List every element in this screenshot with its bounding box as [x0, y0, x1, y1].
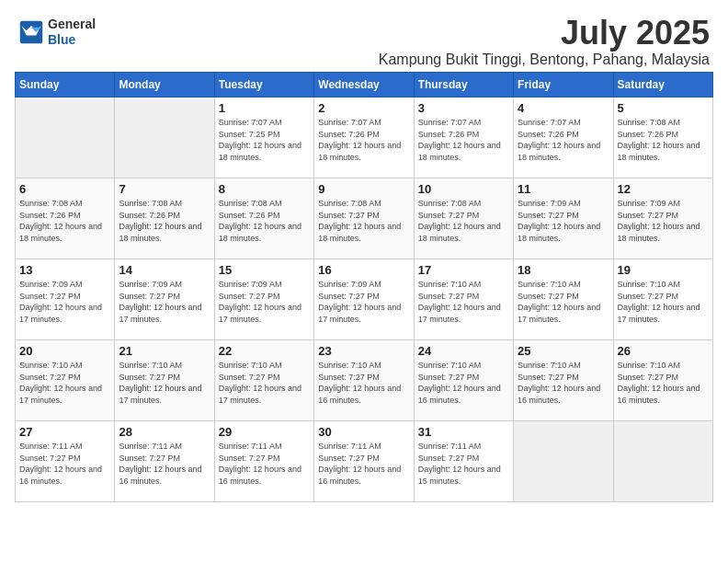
header-thursday: Thursday: [414, 73, 513, 98]
table-row: 28Sunrise: 7:11 AM Sunset: 7:27 PM Dayli…: [115, 421, 214, 502]
cell-info: Sunrise: 7:09 AM Sunset: 7:27 PM Dayligh…: [119, 279, 210, 325]
page-header: General Blue July 2025 Kampung Bukit Tin…: [9, 9, 719, 72]
table-row: 11Sunrise: 7:09 AM Sunset: 7:27 PM Dayli…: [514, 178, 613, 259]
table-row: 4Sunrise: 7:07 AM Sunset: 7:26 PM Daylig…: [514, 98, 613, 178]
logo-text: General Blue: [48, 17, 96, 48]
table-row: [16, 98, 115, 178]
day-number: 13: [19, 263, 110, 277]
logo: General Blue: [18, 17, 96, 48]
calendar-table: Sunday Monday Tuesday Wednesday Thursday…: [15, 72, 713, 502]
logo-line1: General: [48, 17, 96, 31]
day-number: 30: [318, 425, 409, 439]
day-number: 24: [418, 344, 509, 358]
table-row: 25Sunrise: 7:10 AM Sunset: 7:27 PM Dayli…: [514, 340, 613, 421]
day-number: 25: [518, 344, 609, 358]
day-number: 17: [418, 263, 509, 277]
cell-info: Sunrise: 7:08 AM Sunset: 7:26 PM Dayligh…: [119, 198, 210, 244]
table-row: 14Sunrise: 7:09 AM Sunset: 7:27 PM Dayli…: [115, 259, 214, 340]
cell-info: Sunrise: 7:07 AM Sunset: 7:26 PM Dayligh…: [418, 117, 509, 163]
cell-info: Sunrise: 7:09 AM Sunset: 7:27 PM Dayligh…: [318, 279, 409, 325]
table-row: 22Sunrise: 7:10 AM Sunset: 7:27 PM Dayli…: [214, 340, 313, 421]
day-number: 9: [318, 182, 409, 196]
logo-icon: [18, 19, 44, 45]
cell-info: Sunrise: 7:10 AM Sunset: 7:27 PM Dayligh…: [219, 360, 310, 406]
cell-info: Sunrise: 7:08 AM Sunset: 7:27 PM Dayligh…: [318, 198, 409, 244]
day-number: 14: [119, 263, 210, 277]
cell-info: Sunrise: 7:10 AM Sunset: 7:27 PM Dayligh…: [518, 279, 609, 325]
table-row: 1Sunrise: 7:07 AM Sunset: 7:25 PM Daylig…: [214, 98, 313, 178]
cell-info: Sunrise: 7:07 AM Sunset: 7:26 PM Dayligh…: [518, 117, 609, 163]
cell-info: Sunrise: 7:09 AM Sunset: 7:27 PM Dayligh…: [618, 198, 709, 244]
day-number: 20: [19, 344, 110, 358]
table-row: 16Sunrise: 7:09 AM Sunset: 7:27 PM Dayli…: [314, 259, 414, 340]
table-row: 12Sunrise: 7:09 AM Sunset: 7:27 PM Dayli…: [613, 178, 712, 259]
day-number: 1: [219, 101, 310, 115]
cell-info: Sunrise: 7:07 AM Sunset: 7:26 PM Dayligh…: [318, 117, 409, 163]
day-number: 18: [518, 263, 609, 277]
table-row: 10Sunrise: 7:08 AM Sunset: 7:27 PM Dayli…: [414, 178, 513, 259]
title-section: July 2025 Kampung Bukit Tinggi, Bentong,…: [379, 17, 710, 68]
day-number: 6: [19, 182, 110, 196]
table-row: 23Sunrise: 7:10 AM Sunset: 7:27 PM Dayli…: [314, 340, 414, 421]
calendar-body: 1Sunrise: 7:07 AM Sunset: 7:25 PM Daylig…: [16, 98, 713, 502]
table-row: 30Sunrise: 7:11 AM Sunset: 7:27 PM Dayli…: [314, 421, 414, 502]
header-friday: Friday: [514, 73, 613, 98]
cell-info: Sunrise: 7:10 AM Sunset: 7:27 PM Dayligh…: [518, 360, 609, 406]
cell-info: Sunrise: 7:11 AM Sunset: 7:27 PM Dayligh…: [119, 441, 210, 487]
cell-info: Sunrise: 7:10 AM Sunset: 7:27 PM Dayligh…: [618, 360, 709, 406]
day-number: 7: [119, 182, 210, 196]
cell-info: Sunrise: 7:11 AM Sunset: 7:27 PM Dayligh…: [19, 441, 110, 487]
table-row: 9Sunrise: 7:08 AM Sunset: 7:27 PM Daylig…: [314, 178, 414, 259]
day-number: 11: [518, 182, 609, 196]
day-number: 12: [618, 182, 709, 196]
day-number: 19: [618, 263, 709, 277]
cell-info: Sunrise: 7:11 AM Sunset: 7:27 PM Dayligh…: [219, 441, 310, 487]
table-row: [514, 421, 613, 502]
cell-info: Sunrise: 7:10 AM Sunset: 7:27 PM Dayligh…: [418, 360, 509, 406]
day-number: 4: [518, 101, 609, 115]
cell-info: Sunrise: 7:10 AM Sunset: 7:27 PM Dayligh…: [119, 360, 210, 406]
header-saturday: Saturday: [613, 73, 712, 98]
header-tuesday: Tuesday: [214, 73, 313, 98]
day-number: 15: [219, 263, 310, 277]
table-row: [613, 421, 712, 502]
day-number: 8: [219, 182, 310, 196]
header-monday: Monday: [115, 73, 214, 98]
day-number: 2: [318, 101, 409, 115]
table-row: [115, 98, 214, 178]
cell-info: Sunrise: 7:11 AM Sunset: 7:27 PM Dayligh…: [318, 441, 409, 487]
table-row: 15Sunrise: 7:09 AM Sunset: 7:27 PM Dayli…: [214, 259, 313, 340]
cell-info: Sunrise: 7:07 AM Sunset: 7:25 PM Dayligh…: [219, 117, 310, 163]
cell-info: Sunrise: 7:08 AM Sunset: 7:27 PM Dayligh…: [418, 198, 509, 244]
location-subtitle: Kampung Bukit Tinggi, Bentong, Pahang, M…: [379, 52, 710, 68]
cell-info: Sunrise: 7:08 AM Sunset: 7:26 PM Dayligh…: [618, 117, 709, 163]
header-sunday: Sunday: [16, 73, 115, 98]
logo-line2: Blue: [48, 32, 75, 47]
table-row: 7Sunrise: 7:08 AM Sunset: 7:26 PM Daylig…: [115, 178, 214, 259]
table-row: 3Sunrise: 7:07 AM Sunset: 7:26 PM Daylig…: [414, 98, 513, 178]
day-number: 10: [418, 182, 509, 196]
calendar-container: Sunday Monday Tuesday Wednesday Thursday…: [9, 72, 719, 508]
month-title: July 2025: [379, 17, 710, 50]
table-row: 31Sunrise: 7:11 AM Sunset: 7:27 PM Dayli…: [414, 421, 513, 502]
day-number: 22: [219, 344, 310, 358]
day-number: 23: [318, 344, 409, 358]
table-row: 5Sunrise: 7:08 AM Sunset: 7:26 PM Daylig…: [613, 98, 712, 178]
table-row: 20Sunrise: 7:10 AM Sunset: 7:27 PM Dayli…: [16, 340, 115, 421]
header-wednesday: Wednesday: [314, 73, 414, 98]
day-number: 5: [618, 101, 709, 115]
cell-info: Sunrise: 7:10 AM Sunset: 7:27 PM Dayligh…: [318, 360, 409, 406]
cell-info: Sunrise: 7:08 AM Sunset: 7:26 PM Dayligh…: [219, 198, 310, 244]
cell-info: Sunrise: 7:10 AM Sunset: 7:27 PM Dayligh…: [19, 360, 110, 406]
day-number: 21: [119, 344, 210, 358]
cell-info: Sunrise: 7:10 AM Sunset: 7:27 PM Dayligh…: [418, 279, 509, 325]
table-row: 8Sunrise: 7:08 AM Sunset: 7:26 PM Daylig…: [214, 178, 313, 259]
day-number: 27: [19, 425, 110, 439]
day-number: 26: [618, 344, 709, 358]
table-row: 29Sunrise: 7:11 AM Sunset: 7:27 PM Dayli…: [214, 421, 313, 502]
table-row: 18Sunrise: 7:10 AM Sunset: 7:27 PM Dayli…: [514, 259, 613, 340]
cell-info: Sunrise: 7:10 AM Sunset: 7:27 PM Dayligh…: [618, 279, 709, 325]
day-number: 16: [318, 263, 409, 277]
day-number: 28: [119, 425, 210, 439]
table-row: 6Sunrise: 7:08 AM Sunset: 7:26 PM Daylig…: [16, 178, 115, 259]
